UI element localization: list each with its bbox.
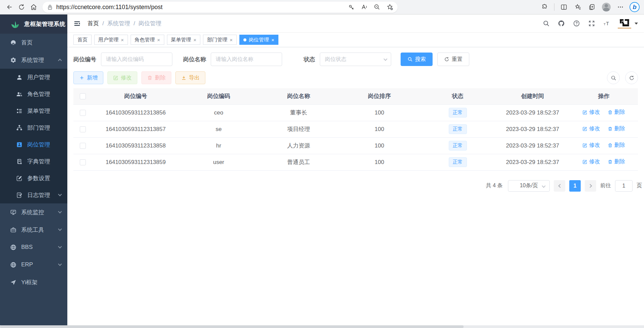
status-select-input[interactable] bbox=[320, 53, 391, 66]
browser-refresh-button[interactable] bbox=[15, 1, 28, 13]
tab-user-management[interactable]: 用户管理 × bbox=[94, 35, 128, 45]
sidebar-item-parameter-settings[interactable]: 参数设置 bbox=[0, 170, 67, 187]
scrollbar-thumb[interactable] bbox=[0, 325, 464, 328]
tab-home[interactable]: 首页 bbox=[73, 35, 92, 45]
tab-post-management[interactable]: 岗位管理 × bbox=[239, 35, 278, 45]
table-row[interactable]: 1641030593112313858 hr 人力资源 100 正常 2023-… bbox=[73, 137, 638, 154]
collections-icon[interactable] bbox=[586, 1, 598, 13]
sidebar-item-dict-management[interactable]: 字典管理 bbox=[0, 153, 67, 170]
address-bar[interactable]: https://ccnetcore.com:1101/system/post bbox=[42, 2, 398, 13]
delete-button-disabled[interactable]: 删除 bbox=[141, 71, 171, 84]
fullscreen-icon[interactable] bbox=[588, 20, 595, 27]
col-post-name: 岗位名称 bbox=[258, 88, 339, 104]
sidebar-item-role-management[interactable]: 角色管理 bbox=[0, 86, 67, 102]
tab-role-management[interactable]: 角色管理 × bbox=[131, 35, 164, 45]
browser-back-button[interactable] bbox=[3, 1, 15, 13]
font-size-icon[interactable]: TT bbox=[603, 20, 610, 27]
more-menu-icon[interactable] bbox=[614, 1, 626, 13]
close-icon[interactable]: × bbox=[271, 37, 274, 42]
sidebar-item-label: 系统工具 bbox=[21, 226, 54, 234]
globe-icon bbox=[10, 244, 16, 251]
sidebar-item-erp[interactable]: ERP bbox=[0, 256, 67, 273]
sidebar-item-department-management[interactable]: 部门管理 bbox=[0, 119, 67, 136]
row-delete-link[interactable]: 删除 bbox=[608, 142, 625, 149]
page-size-select[interactable]: 10条/页 bbox=[508, 180, 550, 192]
row-checkbox[interactable] bbox=[80, 159, 86, 165]
edit-icon bbox=[582, 143, 587, 148]
sidebar-item-system-management[interactable]: 系统管理 bbox=[0, 51, 67, 69]
split-screen-icon[interactable] bbox=[558, 1, 570, 13]
row-edit-link[interactable]: 修改 bbox=[582, 109, 600, 116]
breadcrumb-system[interactable]: 系统管理 bbox=[107, 20, 130, 27]
sidebar-item-yi-framework[interactable]: Yi框架 bbox=[0, 273, 67, 291]
sidebar-item-menu-management[interactable]: 菜单管理 bbox=[0, 102, 67, 119]
github-icon[interactable] bbox=[558, 20, 565, 27]
tab-department-management[interactable]: 部门管理 × bbox=[203, 35, 237, 45]
zoom-out-icon[interactable] bbox=[371, 1, 383, 13]
tab-label: 首页 bbox=[77, 37, 88, 43]
page-number-1[interactable]: 1 bbox=[569, 180, 581, 192]
sidebar-collapse-button[interactable] bbox=[73, 20, 81, 27]
prev-page-button[interactable] bbox=[554, 180, 565, 192]
table-row[interactable]: 1641030593112313857 se 项目经理 100 正常 2023-… bbox=[73, 121, 638, 137]
profile-avatar[interactable] bbox=[600, 1, 612, 13]
user-avatar-menu[interactable] bbox=[618, 19, 638, 29]
next-page-button[interactable] bbox=[585, 180, 596, 192]
post-code-input[interactable] bbox=[101, 53, 172, 66]
close-icon[interactable]: × bbox=[230, 37, 233, 42]
header-search-icon[interactable] bbox=[543, 20, 550, 27]
row-checkbox[interactable] bbox=[80, 110, 86, 116]
sidebar-item-home[interactable]: 首页 bbox=[0, 34, 67, 51]
table-row[interactable]: 1641030593112313859 user 普通员工 100 正常 202… bbox=[73, 154, 638, 170]
close-icon[interactable]: × bbox=[157, 37, 160, 42]
horizontal-scrollbar[interactable] bbox=[0, 325, 644, 328]
read-aloud-icon[interactable] bbox=[359, 1, 370, 13]
refresh-table-button[interactable] bbox=[625, 71, 638, 84]
url-text[interactable]: https://ccnetcore.com:1101/system/post bbox=[56, 4, 346, 11]
row-checkbox[interactable] bbox=[80, 126, 86, 132]
search-button[interactable]: 搜索 bbox=[401, 53, 433, 66]
sidebar-item-bbs[interactable]: BBS bbox=[0, 238, 67, 256]
main-content: 首页 / 系统管理 / 岗位管理 TT bbox=[67, 14, 644, 325]
post-name-input[interactable] bbox=[211, 53, 282, 66]
close-icon[interactable]: × bbox=[121, 37, 124, 42]
favorites-icon[interactable] bbox=[572, 1, 584, 13]
browser-home-button[interactable] bbox=[28, 1, 40, 13]
row-edit-link[interactable]: 修改 bbox=[582, 158, 600, 165]
row-delete-link[interactable]: 删除 bbox=[608, 158, 625, 165]
lock-icon[interactable] bbox=[47, 4, 53, 10]
sidebar-item-label: 用户管理 bbox=[27, 73, 61, 81]
sidebar-item-system-monitor[interactable]: 系统监控 bbox=[0, 203, 67, 221]
breadcrumb-separator: / bbox=[102, 20, 104, 27]
status-select[interactable] bbox=[320, 53, 391, 66]
table-row[interactable]: 1641030593112313856 ceo 董事长 100 正常 2023-… bbox=[73, 104, 638, 121]
row-delete-link[interactable]: 删除 bbox=[608, 109, 625, 116]
tab-menu-management[interactable]: 菜单管理 × bbox=[167, 35, 201, 45]
breadcrumb-home[interactable]: 首页 bbox=[88, 20, 99, 27]
row-edit-link[interactable]: 修改 bbox=[582, 125, 600, 132]
sidebar-item-user-management[interactable]: 用户管理 bbox=[0, 69, 67, 86]
extensions-icon[interactable] bbox=[539, 1, 551, 13]
edit-button-disabled[interactable]: 修改 bbox=[107, 71, 137, 84]
trash-icon bbox=[608, 159, 613, 164]
browser-toolbar: https://ccnetcore.com:1101/system/post bbox=[0, 0, 644, 14]
add-favorite-icon[interactable] bbox=[384, 1, 396, 13]
sidebar-item-log-management[interactable]: 日志管理 bbox=[0, 187, 67, 203]
row-delete-link[interactable]: 删除 bbox=[608, 125, 625, 132]
add-button[interactable]: 新增 bbox=[73, 71, 103, 84]
goto-page-input[interactable] bbox=[615, 180, 633, 192]
close-icon[interactable]: × bbox=[194, 37, 197, 42]
help-icon[interactable] bbox=[573, 20, 580, 27]
download-icon bbox=[181, 75, 187, 80]
sidebar-item-post-management[interactable]: 岗位管理 bbox=[0, 136, 67, 153]
sidebar-item-system-tools[interactable]: 系统工具 bbox=[0, 221, 67, 238]
export-button[interactable]: 导出 bbox=[175, 71, 205, 84]
show-search-toggle-button[interactable] bbox=[607, 71, 620, 84]
edge-copilot-bing-icon[interactable]: b bbox=[629, 1, 641, 13]
password-key-icon[interactable] bbox=[346, 1, 357, 13]
row-edit-link[interactable]: 修改 bbox=[582, 142, 600, 149]
app-logo[interactable]: 意框架管理系统 bbox=[0, 14, 67, 34]
reset-button[interactable]: 重置 bbox=[437, 53, 469, 66]
select-all-checkbox[interactable] bbox=[80, 93, 86, 99]
row-checkbox[interactable] bbox=[80, 143, 86, 149]
